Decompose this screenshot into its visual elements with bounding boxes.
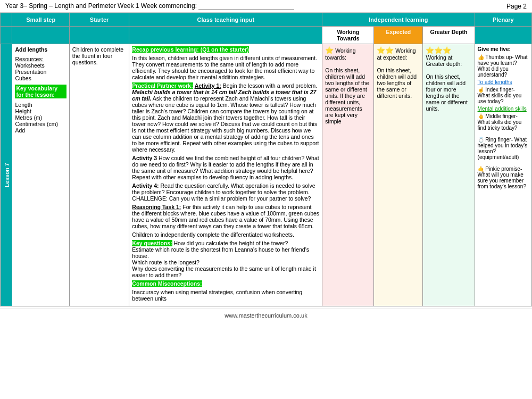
th-empty [1, 13, 12, 27]
index-item: ☝ Index finger- What skills did you use … [478, 87, 529, 104]
thumb-item: 👍 Thumbs up- What have you learnt? What … [478, 54, 529, 78]
reasoning-text: Reasoning Task 1: For this activity it c… [132, 204, 319, 229]
th-empty4 [69, 27, 129, 44]
th-small-step: Small step [12, 13, 69, 27]
th-empty5 [129, 27, 322, 44]
starter-cell: Children to complete the fluent in four … [69, 44, 129, 306]
greater-depth-stars: ⭐⭐⭐ Working at Greater depth: [426, 46, 471, 67]
class-teaching-cell: Recap previous learning: (Q1 on the star… [129, 44, 322, 306]
vocab-height: Height [15, 108, 66, 114]
greater-depth-cell: ⭐⭐⭐ Working at Greater depth: On this sh… [423, 44, 475, 306]
intro-text: In this lesson, children add lengths giv… [132, 55, 319, 80]
lesson-number: Lesson 7 [1, 44, 12, 306]
expected-text: On this sheet, children will add two len… [377, 67, 417, 99]
plenary-cell: Give me five: 👍 Thumbs up- What have you… [475, 44, 531, 306]
th-plenary: Plenary [475, 13, 531, 27]
greater-depth-label: Working at Greater depth: [426, 54, 462, 67]
working-towards-text: On this sheet, children will add two len… [325, 67, 369, 124]
vocabulary-list: Length Height Metres (m) Centimetres (cm… [15, 102, 66, 134]
greater-depth-text: On this sheet, children will add four or… [426, 73, 468, 112]
thumb-icon: 👍 [478, 54, 484, 60]
pinkie-item: 🤙 Pinkie promise- What will you make sur… [478, 166, 529, 189]
resource-cubes: Cubes [15, 75, 31, 81]
middle-icon: 🖕 [478, 113, 484, 119]
header-title: Year 3– Spring – Length and Perimeter We… [5, 2, 294, 10]
small-step-cell: Add lengths Resources: Worksheets Presen… [12, 44, 69, 306]
key-vocab-label: Key vocabulary for the lesson: [15, 85, 66, 98]
th-starter: Starter [69, 13, 129, 27]
lesson-table: Small step Starter Class teaching input … [0, 13, 532, 306]
sub-header-row: Working Towards Expected Greater Depth [1, 27, 532, 44]
lesson-row: Lesson 7 Add lengths Resources: Workshee… [1, 44, 532, 306]
th-empty2 [1, 27, 12, 44]
table-header-row: Small step Starter Class teaching input … [1, 13, 532, 27]
vocab-add: Add [15, 127, 66, 134]
plenary-title: Give me five: [478, 46, 529, 52]
middle-label: Middle finger- What skills did you find … [478, 113, 522, 131]
resources-label: Resources: [15, 56, 43, 62]
footer-website: www.masterthecurriculum.co.uk [225, 312, 307, 319]
th-empty3 [12, 27, 69, 44]
activity1-text: Activity 1: Begin the lesson with a word… [132, 82, 319, 153]
ring-label: Ring finger- What helped you in today's … [478, 137, 528, 160]
vocab-centimetres: Centimetres (cm) [15, 121, 66, 127]
resource-worksheets: Worksheets [15, 62, 44, 69]
common-misconceptions-label: Common Misconceptions: [132, 280, 202, 287]
independent-text: Children to independently complete the d… [132, 231, 319, 238]
th-expected: Expected [374, 27, 423, 44]
activity3-text: Activity 3 How could we find the combine… [132, 155, 319, 180]
vocab-metres: Metres (m) [15, 114, 66, 121]
th-class-teaching: Class teaching input [129, 13, 322, 27]
working-towards-stars: ⭐ Working towards: [325, 46, 371, 61]
index-label: Index finger- What skills did you use to… [478, 87, 522, 104]
starter-text: Children to complete the fluent in four … [72, 46, 123, 65]
page-number: Page 2 [506, 3, 527, 10]
expected-stars: ⭐⭐ Working at expected: [377, 46, 420, 61]
small-step-title: Add lengths [15, 46, 66, 53]
th-working-towards: Working Towards [322, 27, 374, 44]
th-greater-depth: Greater Depth [423, 27, 475, 44]
practical-label: Practical Partner work: [132, 82, 193, 89]
index-icon: ☝ [478, 87, 484, 93]
expected-cell: ⭐⭐ Working at expected: On this sheet, c… [374, 44, 423, 306]
pinkie-icon: 🤙 [478, 166, 484, 172]
working-towards-cell: ⭐ Working towards: On this sheet, childr… [322, 44, 374, 306]
th-empty6 [475, 27, 531, 44]
page-header: Year 3– Spring – Length and Perimeter We… [0, 0, 532, 13]
thumb-label: Thumbs up- What have you learnt? What di… [478, 54, 528, 78]
vocab-length: Length [15, 102, 66, 108]
ring-item: 💍 Ring finger- What helped you in today'… [478, 137, 529, 160]
resource-presentation: Presentation [15, 69, 46, 75]
recap-label: Recap previous learning: (Q1 on the star… [132, 46, 248, 53]
middle-item: 🖕 Middle finger- What skills did you fin… [478, 113, 529, 131]
mental-addition-link[interactable]: Mental addition skills [478, 106, 529, 112]
key-questions-block: Key questions: How did you calculate the… [132, 240, 319, 278]
th-independent-learning: Independent learning [322, 13, 475, 27]
pinkie-label: Pinkie promise- What will you make sure … [478, 166, 526, 189]
common-misconceptions-text: Inaccuracy when using mental strategies,… [132, 289, 319, 302]
to-add-lengths-link[interactable]: To add lengths [478, 79, 529, 85]
activity4-text: Activity 4: Read the question carefully.… [132, 182, 319, 202]
ring-icon: 💍 [478, 137, 484, 143]
key-questions-label: Key questions: [132, 240, 172, 246]
page-footer: www.masterthecurriculum.co.uk [0, 309, 532, 322]
